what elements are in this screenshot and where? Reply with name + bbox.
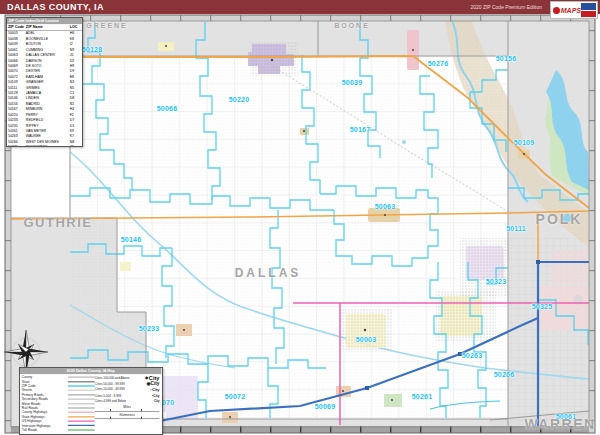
legend-city-label: Cities 4,999 and Below bbox=[95, 399, 153, 402]
legend-item-label: County Highways bbox=[22, 411, 68, 414]
interstate-shield-icon bbox=[365, 386, 369, 390]
column-header: ZIP Code bbox=[7, 24, 25, 30]
legend-city-label: Cities 50,000 - 99,999 bbox=[95, 382, 147, 385]
scalebar-kilometers-bar bbox=[95, 417, 160, 419]
zip-code-label: 50039 bbox=[342, 79, 362, 86]
legend-item-label: State Highways bbox=[22, 415, 68, 418]
legend-item-label: Toll Roads bbox=[22, 428, 68, 431]
zip-name-cell: WOODWARD bbox=[25, 145, 69, 147]
legend-cities-column: Cities 100,000 and Above✶CityCities 50,0… bbox=[95, 375, 160, 432]
legend-city-label: Cities 10,000 - 49,999 bbox=[95, 388, 150, 391]
legend-swatch-icon bbox=[68, 398, 95, 399]
zip-code-label: 50156 bbox=[496, 55, 516, 62]
zip-code-label: 50233 bbox=[139, 325, 159, 332]
legend-city-item: Cities 4,999 and Below·City bbox=[95, 398, 160, 404]
scalebar-miles: Miles bbox=[95, 405, 160, 411]
legend-swatch-icon bbox=[68, 412, 95, 413]
page-title: DALLAS COUNTY, IA bbox=[7, 0, 104, 14]
zip-code-label: 50003 bbox=[356, 336, 376, 343]
legend-swatch-icon bbox=[68, 394, 95, 395]
logo-badges bbox=[581, 3, 596, 17]
logo-badge-red bbox=[581, 11, 596, 17]
county-name-label: BOONE bbox=[334, 22, 370, 29]
legend-swatch-icon bbox=[68, 416, 95, 417]
legend-swatch-icon bbox=[68, 377, 95, 378]
legend-city-sample: ·City bbox=[153, 400, 159, 403]
map-legend: 2020 Dallas County, IA Map CountyStateZI… bbox=[19, 367, 163, 435]
county-name-label: GREENE bbox=[86, 22, 128, 29]
legend-item-label: Interstate Highways bbox=[22, 424, 68, 427]
legend-swatch-icon bbox=[68, 407, 95, 408]
zip-code-label: 50263 bbox=[462, 352, 482, 359]
legend-swatch-icon bbox=[68, 429, 95, 430]
legend-item: Toll Roads bbox=[22, 428, 95, 432]
zip-code-label: 50066 bbox=[157, 105, 177, 112]
legend-swatch-icon bbox=[68, 420, 95, 421]
legend-items: CountyStateZIP CodeStreetsPrimary RoadsS… bbox=[22, 375, 95, 432]
brand-logo: MAPS bbox=[550, 1, 598, 19]
legend-city-sample: ◉City bbox=[147, 381, 160, 386]
zip-code-cell: 50276 bbox=[7, 145, 25, 147]
legend-swatch-icon bbox=[68, 425, 95, 426]
zip-code-label: 50111 bbox=[506, 225, 526, 232]
logo-badge-blue bbox=[581, 3, 596, 10]
legend-city-sample: •City bbox=[152, 394, 159, 397]
legend-swatch-icon bbox=[68, 385, 95, 386]
legend-item-label: Rail Roads bbox=[22, 406, 68, 409]
table-row: 50276WOODWARDJ2 bbox=[7, 145, 82, 147]
page: { "header": { "title": "DALLAS COUNTY, I… bbox=[0, 0, 600, 435]
legend-item-label: Minor Roads bbox=[22, 402, 68, 405]
zip-code-label: 50261 bbox=[412, 393, 432, 400]
legend-item-label: Streets bbox=[22, 389, 68, 392]
interstate-shield-icon bbox=[536, 260, 540, 264]
zip-code-label: 50109 bbox=[514, 139, 534, 146]
county-name-label: WARREN bbox=[524, 416, 595, 432]
zip-code-label: 50072 bbox=[225, 393, 245, 400]
zip-code-label: 50266 bbox=[494, 371, 514, 378]
county-name-label: DALLAS bbox=[235, 266, 302, 280]
legend-swatch-icon bbox=[68, 403, 95, 404]
zip-code-label: 50276 bbox=[428, 60, 448, 67]
edition-label: 2020 ZIP Code Premium Edition bbox=[470, 4, 542, 10]
zip-code-label: 50220 bbox=[229, 96, 249, 103]
legend-city-label: Cities 100,000 and Above bbox=[95, 376, 144, 379]
zip-code-label: 50128 bbox=[82, 46, 102, 53]
legend-item-label: US Highways bbox=[22, 420, 68, 423]
logo-brand-text: MAPS bbox=[561, 7, 581, 14]
loc-cell: J2 bbox=[69, 145, 82, 147]
title-bar: DALLAS COUNTY, IA 2020 ZIP Code Premium … bbox=[0, 0, 600, 14]
logo-burst-icon bbox=[553, 7, 560, 14]
legend-item-label: ZIP Code bbox=[22, 384, 68, 387]
legend-item-label: County bbox=[22, 376, 68, 379]
legend-swatch-icon bbox=[68, 381, 95, 382]
zip-code-label: 50325 bbox=[532, 303, 552, 310]
scalebar-kilometers: Kilometers bbox=[95, 413, 160, 419]
legend-item-label: State bbox=[22, 380, 68, 383]
zip-code-label: 50069 bbox=[315, 403, 335, 410]
zip-index-table: ZIP Code Index/Grid Locator ZIP CodeZIP … bbox=[6, 17, 83, 147]
county-name-label: POLK bbox=[536, 211, 583, 227]
legend-swatch-icon bbox=[68, 390, 95, 391]
legend-item-label: Secondary Roads bbox=[22, 398, 68, 401]
scalebar-miles-bar bbox=[95, 409, 160, 411]
zip-code-label: 50063 bbox=[375, 203, 395, 210]
legend-city-label: Cities 5,000 - 9,999 bbox=[95, 394, 152, 397]
zip-code-label: 50323 bbox=[486, 278, 506, 285]
legend-item-label: Primary Roads bbox=[22, 393, 68, 396]
zip-code-label: 50167 bbox=[350, 126, 370, 133]
legend-city-sample: ○City bbox=[150, 387, 160, 392]
zip-code-label: 50146 bbox=[121, 236, 141, 243]
county-name-label: GUTHRIE bbox=[24, 215, 93, 230]
